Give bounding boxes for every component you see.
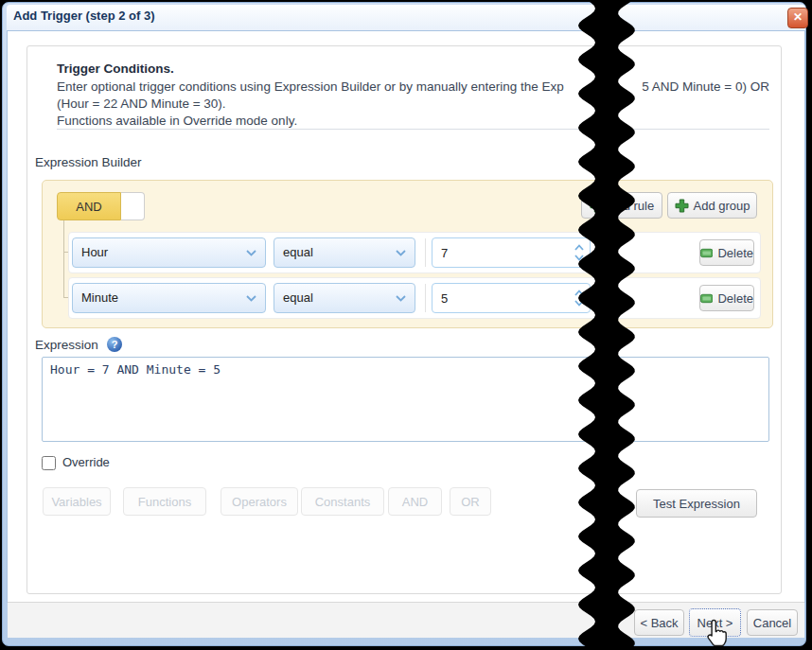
next-button[interactable]: Next > xyxy=(689,608,741,637)
dialog-footer xyxy=(8,602,804,638)
add-group-label: Add group xyxy=(694,199,750,213)
rule-row-1: Hour equal Delete xyxy=(68,232,761,273)
field-select-1[interactable]: Hour xyxy=(72,237,266,268)
field-select-2-value: Minute xyxy=(81,290,118,305)
add-rule-label: Add rule xyxy=(609,199,654,213)
intro-line3: Functions available in Override mode onl… xyxy=(57,114,297,128)
operator-select-1[interactable]: equal xyxy=(274,237,415,268)
operator-select-1-value: equal xyxy=(283,245,313,259)
spinner-up-icon[interactable] xyxy=(574,243,585,252)
intro-line1-left: Enter optional trigger conditions using … xyxy=(57,79,564,94)
override-checkbox[interactable] xyxy=(42,456,56,470)
chevron-down-icon xyxy=(246,250,256,256)
functions-button[interactable]: Functions xyxy=(123,487,206,516)
expression-builder-label: Expression Builder xyxy=(35,155,142,169)
value-input-2[interactable] xyxy=(432,283,591,313)
operator-select-2[interactable]: equal xyxy=(274,283,415,313)
intro-line1-right: 5 AND Minute = 0) OR xyxy=(642,79,769,94)
close-icon[interactable]: ✕ xyxy=(787,8,808,28)
and-button[interactable]: AND xyxy=(388,487,442,516)
trigger-conditions-heading: Trigger Conditions. xyxy=(57,61,174,76)
help-icon[interactable]: ? xyxy=(107,337,122,352)
chevron-down-icon xyxy=(246,295,256,302)
back-button[interactable]: < Back xyxy=(634,609,684,636)
add-rule-plus-icon xyxy=(590,199,604,213)
or-button[interactable]: OR xyxy=(450,487,491,516)
row-divider xyxy=(425,238,426,267)
rule-tree-line xyxy=(63,220,64,297)
spinner-down-icon[interactable] xyxy=(574,299,585,307)
constants-button[interactable]: Constants xyxy=(301,487,384,516)
add-group-plus-icon xyxy=(675,199,689,213)
row-divider xyxy=(425,284,426,312)
spinner-up-icon[interactable] xyxy=(574,289,585,297)
test-expression-button[interactable]: Test Expression xyxy=(636,489,757,518)
delete-label: Delete xyxy=(717,291,753,306)
delete-rule-2-button[interactable]: Delete xyxy=(699,285,754,311)
intro-separator xyxy=(57,129,769,130)
intro-line2: (Hour = 22 AND Minute = 30). xyxy=(57,97,226,111)
add-rule-button[interactable]: Add rule xyxy=(581,192,662,219)
operators-button[interactable]: Operators xyxy=(221,487,298,516)
delete-label: Delete xyxy=(717,246,753,260)
dialog-title: Add Trigger (step 2 of 3) xyxy=(13,9,155,23)
override-label: Override xyxy=(62,455,110,469)
expression-label: Expression xyxy=(35,338,98,352)
field-select-2[interactable]: Minute xyxy=(72,283,266,313)
spinner-down-icon[interactable] xyxy=(574,254,585,262)
group-operator-and-toggle[interactable]: AND xyxy=(57,192,121,220)
value-input-2-wrap xyxy=(432,283,591,313)
delete-icon xyxy=(700,293,713,304)
expression-textarea-wrap: Hour = 7 AND Minute = 5 xyxy=(42,357,769,442)
rule-row-2: Minute equal Delete xyxy=(68,277,761,319)
delete-icon xyxy=(700,248,713,258)
value-input-1[interactable] xyxy=(432,237,591,268)
group-operator-or-toggle[interactable] xyxy=(121,192,145,220)
chevron-down-icon xyxy=(396,250,406,256)
operator-select-2-value: equal xyxy=(283,290,313,305)
add-group-button[interactable]: Add group xyxy=(667,192,757,219)
field-select-1-value: Hour xyxy=(81,245,108,259)
delete-rule-1-button[interactable]: Delete xyxy=(699,239,754,266)
variables-button[interactable]: Variables xyxy=(43,487,111,516)
cancel-button[interactable]: Cancel xyxy=(747,609,798,636)
value-input-1-wrap xyxy=(432,237,591,268)
expression-textarea[interactable]: Hour = 7 AND Minute = 5 xyxy=(42,357,769,442)
torn-screenshot-stage: Add Trigger (step 2 of 3) ✕ Trigger Cond… xyxy=(0,0,812,650)
chevron-down-icon xyxy=(396,295,406,302)
